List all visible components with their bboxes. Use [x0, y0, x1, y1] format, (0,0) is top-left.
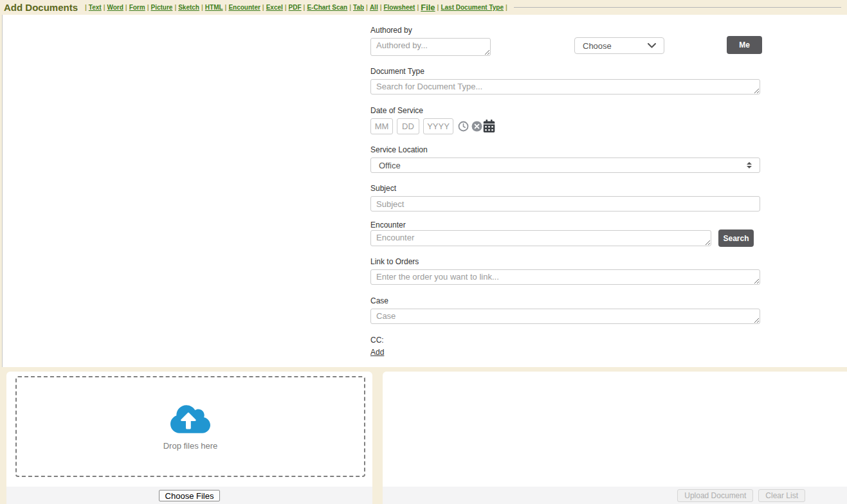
link-html[interactable]: HTML	[205, 4, 223, 11]
header-divider-line	[514, 7, 841, 8]
cc-add-link[interactable]: Add	[370, 348, 384, 357]
link-separator: |	[304, 4, 305, 11]
service-location-select[interactable]: Office	[370, 158, 760, 173]
link-separator: |	[147, 4, 149, 11]
link-separator: |	[201, 4, 203, 11]
left-edge-line	[2, 15, 3, 367]
subject-label: Subject	[370, 184, 396, 193]
chevron-down-icon	[648, 43, 656, 48]
service-location-value: Office	[379, 161, 747, 170]
link-encounter[interactable]: Encounter	[228, 4, 260, 11]
link-pdf[interactable]: PDF	[289, 4, 302, 11]
drop-files-text: Drop files here	[163, 441, 218, 451]
link-echart-scan[interactable]: E-Chart Scan	[307, 4, 347, 11]
file-list-panel: Upload Document Clear List	[383, 372, 847, 504]
upload-actions-bar: Upload Document Clear List	[383, 487, 847, 504]
link-excel[interactable]: Excel	[266, 4, 283, 11]
clock-icon[interactable]	[458, 121, 469, 132]
link-tab[interactable]: Tab	[353, 4, 364, 11]
link-separator: |	[417, 4, 419, 11]
encounter-input[interactable]	[370, 230, 711, 246]
upload-document-button[interactable]: Upload Document	[677, 489, 753, 502]
file-dropzone[interactable]: Drop files here	[15, 376, 365, 477]
link-separator: |	[225, 4, 227, 11]
case-label: Case	[370, 296, 388, 305]
document-type-input[interactable]	[370, 79, 760, 94]
choose-dropdown-value: Choose	[583, 41, 648, 51]
authored-by-label: Authored by	[370, 26, 412, 35]
link-separator: |	[104, 4, 105, 11]
link-separator: |	[349, 4, 351, 11]
link-text[interactable]: Text	[89, 4, 102, 11]
link-separator: |	[285, 4, 287, 11]
link-word[interactable]: Word	[107, 4, 123, 11]
link-last-document-type[interactable]: Last Document Type	[441, 4, 504, 11]
link-separator: |	[505, 4, 507, 11]
subject-input[interactable]	[370, 196, 760, 212]
clear-list-button[interactable]: Clear List	[758, 489, 805, 502]
cloud-upload-icon	[170, 403, 210, 435]
header-bar: Add Documents |Text |Word |Form |Picture…	[0, 0, 847, 15]
day-input[interactable]	[397, 118, 419, 134]
link-sketch[interactable]: Sketch	[178, 4, 199, 11]
search-button[interactable]: Search	[718, 230, 754, 247]
upload-section: Drop files here Choose Files Upload Docu…	[0, 367, 847, 504]
document-type-label: Document Type	[370, 67, 424, 76]
link-separator: |	[125, 4, 127, 11]
encounter-label: Encounter	[370, 221, 406, 230]
clear-date-icon[interactable]	[471, 121, 482, 132]
link-separator: |	[262, 4, 264, 11]
date-of-service-label: Date of Service	[370, 106, 423, 115]
link-to-orders-label: Link to Orders	[370, 257, 419, 266]
link-separator: |	[85, 4, 87, 11]
link-picture[interactable]: Picture	[150, 4, 172, 11]
choose-dropdown[interactable]: Choose	[574, 37, 664, 54]
service-location-label: Service Location	[370, 145, 428, 154]
select-updown-icon	[747, 162, 752, 168]
link-separator: |	[437, 4, 439, 11]
authored-by-input[interactable]	[370, 38, 491, 56]
link-file-active[interactable]: File	[421, 3, 435, 12]
document-type-links: |Text |Word |Form |Picture |Sketch |HTML…	[83, 3, 509, 12]
choose-files-button[interactable]: Choose Files	[159, 490, 221, 501]
link-form[interactable]: Form	[129, 4, 145, 11]
me-button[interactable]: Me	[727, 36, 762, 54]
year-input[interactable]	[423, 118, 453, 134]
link-all[interactable]: All	[370, 4, 378, 11]
choose-files-bar: Choose Files	[6, 487, 372, 504]
calendar-icon[interactable]	[483, 120, 495, 132]
link-separator: |	[174, 4, 176, 11]
link-separator: |	[366, 4, 368, 11]
link-flowsheet[interactable]: Flowsheet	[383, 4, 415, 11]
link-separator: |	[380, 4, 382, 11]
case-input[interactable]	[370, 309, 760, 324]
page-title: Add Documents	[4, 2, 78, 13]
month-input[interactable]	[370, 118, 393, 134]
file-drop-panel: Drop files here Choose Files	[6, 372, 372, 504]
cc-label: CC:	[370, 336, 384, 345]
link-to-orders-input[interactable]	[370, 269, 760, 285]
